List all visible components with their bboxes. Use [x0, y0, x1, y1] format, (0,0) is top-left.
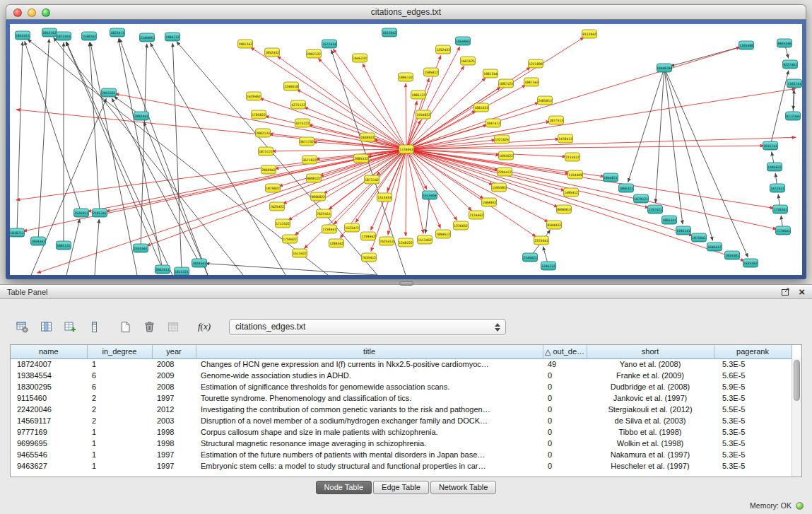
- network-node[interactable]: 1904712: [165, 33, 180, 41]
- table-scrollbar[interactable]: [792, 358, 801, 477]
- zoom-window-button[interactable]: [42, 8, 50, 17]
- network-node[interactable]: 1759422: [283, 235, 298, 243]
- network-node[interactable]: 1513452: [418, 235, 433, 244]
- network-node[interactable]: 1774641: [776, 226, 791, 235]
- network-node[interactable]: 1154469: [568, 170, 583, 179]
- network-node[interactable]: 1321624: [495, 135, 510, 144]
- network-node[interactable]: 1757521: [648, 205, 663, 214]
- network-node[interactable]: 1504933: [482, 198, 497, 206]
- column-header-title[interactable]: title: [196, 345, 543, 358]
- new-table-icon[interactable]: [114, 317, 136, 337]
- network-node[interactable]: 2069942: [261, 165, 276, 174]
- network-node[interactable]: 1724043: [399, 145, 414, 153]
- table-row[interactable]: 1872400712008Changes of HCN gene express…: [11, 358, 792, 370]
- network-node[interactable]: 8113042: [582, 30, 597, 38]
- network-node[interactable]: 1103741: [787, 79, 802, 88]
- network-node[interactable]: 2053161: [102, 88, 117, 97]
- network-node[interactable]: 1813042: [382, 28, 397, 37]
- network-canvas[interactable]: 1853411205316219724531530243182347121450…: [10, 24, 802, 275]
- network-node[interactable]: 1873172: [259, 147, 273, 156]
- network-node[interactable]: 2124462: [469, 211, 484, 219]
- table-row[interactable]: 1938455462009Genome-wide association stu…: [11, 370, 792, 381]
- show-columns-icon[interactable]: [35, 317, 57, 337]
- network-node[interactable]: 1866341: [662, 216, 677, 224]
- table-row[interactable]: 911546021997Tourette syndrome. Phenomeno…: [11, 392, 792, 404]
- network-node[interactable]: 4275222: [295, 119, 310, 127]
- network-node[interactable]: 1759442: [361, 232, 376, 240]
- network-node[interactable]: 9465546: [777, 39, 792, 47]
- network-node[interactable]: 7635412: [362, 253, 377, 262]
- network-node[interactable]: 1759441: [322, 225, 337, 233]
- network-node[interactable]: 1852432: [265, 48, 280, 57]
- network-node[interactable]: 7625422: [270, 202, 285, 211]
- network-node[interactable]: 1513422: [293, 249, 307, 257]
- network-node[interactable]: 1289342: [329, 239, 344, 247]
- tab-edge-table[interactable]: Edge Table: [373, 481, 429, 494]
- network-node[interactable]: 8096913: [557, 205, 572, 214]
- panel-resize-handle[interactable]: [399, 281, 413, 286]
- network-node[interactable]: 9272345: [786, 112, 801, 120]
- network-node[interactable]: 2204472: [498, 168, 512, 176]
- network-node[interactable]: 1664043: [456, 37, 471, 45]
- network-node[interactable]: 3671822: [302, 156, 317, 164]
- network-node[interactable]: 1906133: [399, 73, 413, 81]
- network-node[interactable]: 1097343: [524, 78, 539, 86]
- network-node[interactable]: 2526051: [74, 209, 89, 217]
- network-node[interactable]: 2240618: [284, 82, 299, 90]
- network-node[interactable]: 1894612: [436, 230, 451, 238]
- network-node[interactable]: 1246232: [541, 262, 556, 270]
- network-node[interactable]: 7625411: [317, 209, 331, 218]
- window-titlebar[interactable]: citations_edges.txt: [6, 4, 806, 20]
- network-node[interactable]: 1513453: [377, 193, 392, 201]
- network-node[interactable]: 5905131: [57, 241, 71, 250]
- network-node[interactable]: 2092441: [134, 112, 149, 120]
- network-node[interactable]: 9227461: [783, 60, 798, 69]
- network-node[interactable]: 2002132: [307, 49, 322, 58]
- network-node[interactable]: 1901243: [238, 40, 253, 48]
- network-node[interactable]: 2062611: [155, 265, 170, 274]
- network-node[interactable]: 1877513: [549, 116, 564, 124]
- column-header-out_degree[interactable]: △ out_de…: [543, 345, 587, 358]
- network-node[interactable]: 1513454: [423, 191, 437, 199]
- network-node[interactable]: 1478413: [558, 134, 573, 143]
- network-node[interactable]: 1875641: [692, 233, 707, 242]
- network-node[interactable]: 3671732: [300, 137, 314, 146]
- network-node[interactable]: 1785822: [252, 110, 266, 119]
- network-node[interactable]: 1691622: [499, 151, 514, 160]
- table-row[interactable]: 946554611997Estimation of the future num…: [11, 449, 792, 460]
- network-node[interactable]: 2115612: [565, 153, 580, 161]
- close-window-button[interactable]: [13, 8, 22, 17]
- network-node[interactable]: 1681633: [474, 103, 489, 112]
- network-node[interactable]: 1472411: [770, 184, 785, 192]
- network-node[interactable]: 1986122: [411, 90, 426, 99]
- table-selector-dropdown[interactable]: citations_edges.txt: [229, 319, 506, 335]
- network-node[interactable]: 1646412: [707, 243, 722, 251]
- network-node[interactable]: 1221899: [529, 59, 543, 68]
- network-node[interactable]: 1818711: [10, 228, 25, 237]
- network-node[interactable]: 2085532: [354, 154, 369, 163]
- network-node[interactable]: 1572434: [322, 40, 337, 48]
- network-node[interactable]: 2485013: [538, 96, 553, 105]
- import-table-icon[interactable]: [163, 317, 184, 337]
- delete-table-icon[interactable]: [139, 317, 160, 337]
- network-node[interactable]: 1530243: [82, 32, 97, 40]
- network-node[interactable]: 9898122: [307, 174, 322, 182]
- network-node[interactable]: 1823471: [110, 28, 125, 37]
- network-node[interactable]: 1853411: [16, 31, 30, 40]
- network-node[interactable]: 2375641: [534, 236, 549, 245]
- network-node[interactable]: 7625412: [379, 237, 394, 245]
- network-node[interactable]: 2053162: [42, 28, 57, 37]
- table-row[interactable]: 1830029562008Estimation of significance …: [11, 381, 792, 392]
- network-node[interactable]: 4275122: [291, 100, 306, 109]
- network-node[interactable]: 1105498: [739, 41, 754, 49]
- column-header-pagerank[interactable]: pagerank: [714, 345, 792, 358]
- network-node[interactable]: 1236652: [454, 221, 469, 230]
- network-node[interactable]: 2145621: [523, 253, 538, 262]
- tab-network-table[interactable]: Network Table: [430, 481, 497, 494]
- network-node[interactable]: 1944871: [604, 173, 618, 182]
- network-node[interactable]: 19448794: [657, 64, 672, 72]
- network-node[interactable]: 1972453: [57, 32, 71, 40]
- network-node[interactable]: 2002133: [256, 129, 271, 137]
- network-node[interactable]: 2185341: [93, 209, 107, 217]
- network-node[interactable]: 1830022: [360, 133, 375, 141]
